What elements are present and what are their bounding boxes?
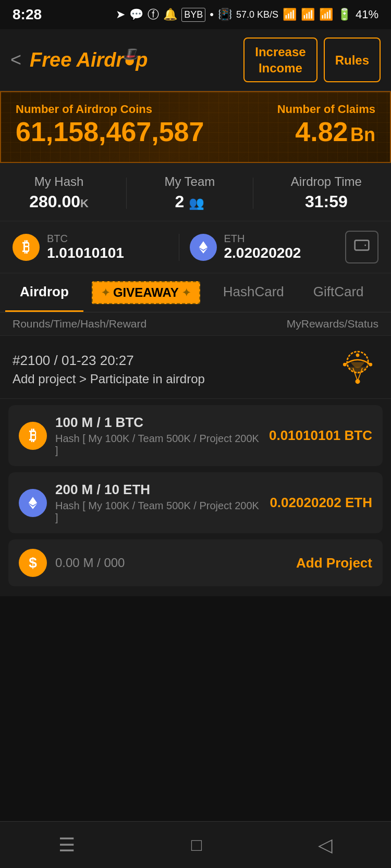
eth-label: ETH: [224, 233, 301, 245]
tab-airdrop[interactable]: Airdrop: [5, 273, 83, 312]
btc-info: BTC 1.01010101: [47, 233, 124, 261]
claims-unit: Bn: [350, 124, 375, 145]
tab-giftcard[interactable]: GiftCard: [299, 273, 378, 312]
stat-divider-2: [253, 178, 253, 209]
empty-value: 0.00 M / 000: [55, 556, 288, 570]
hash-label: My Hash: [29, 174, 89, 189]
back-button[interactable]: <: [10, 51, 21, 69]
team-label: My Team: [164, 174, 215, 189]
vibrate-icon: 📳: [218, 8, 232, 21]
sub-label-right: MyRewards/Status: [287, 318, 378, 330]
facebook-icon: ⓕ: [148, 7, 159, 22]
eth-entry: 200 M / 10 ETH Hash [ My 100K / Team 500…: [8, 472, 383, 533]
btc-item: ₿ BTC 1.01010101: [13, 233, 168, 261]
nav-back-icon[interactable]: ◁: [318, 834, 333, 856]
hash-value: 280.00K: [29, 192, 89, 211]
nav-menu-icon[interactable]: ☰: [58, 834, 75, 856]
tabs-bar: Airdrop ✦ GIVEAWAY ✦ HashCard GiftCard: [0, 273, 391, 312]
empty-project-entry: $ 0.00 M / 000 Add Project: [8, 539, 383, 586]
btc-entry-hash: Hash [ My 100K / Team 500K / Project 200…: [55, 433, 261, 457]
team-stat: My Team 2 👥: [164, 174, 215, 211]
svg-point-7: [343, 363, 347, 367]
airdrop-time-label: Airdrop Time: [291, 174, 362, 189]
btc-entry-title: 100 M / 1 BTC: [55, 414, 261, 431]
svg-point-8: [369, 363, 372, 367]
bybit-icon: BYB: [181, 8, 205, 22]
svg-rect-2: [355, 241, 369, 250]
eth-value: 2.02020202: [224, 245, 301, 261]
btc-icon: ₿: [13, 234, 40, 261]
eth-entry-reward: 0.02020202 ETH: [270, 495, 372, 511]
eth-entry-icon: [19, 489, 47, 517]
eth-item: ETH 2.02020202: [190, 233, 346, 261]
wallet-button[interactable]: [345, 231, 378, 263]
rules-button[interactable]: Rules: [324, 37, 381, 82]
battery-text: 41%: [356, 8, 378, 21]
team-people-icon: 👥: [189, 196, 204, 210]
entry-info: #2100 / 01-23 20:27 Add project > Partic…: [13, 353, 205, 386]
giveaway-star-left: ✦: [101, 286, 110, 299]
tab-giveaway[interactable]: ✦ GIVEAWAY ✦: [83, 273, 209, 312]
entry-header: #2100 / 01-23 20:27 Add project > Partic…: [0, 336, 391, 399]
airdrop-time-stat: Airdrop Time 31:59: [291, 174, 362, 211]
airdrop-time-value: 31:59: [291, 192, 362, 211]
btc-entry-reward: 0.01010101 BTC: [269, 427, 372, 444]
crypto-divider: [179, 234, 179, 261]
btc-entry-info: 100 M / 1 BTC Hash [ My 100K / Team 500K…: [55, 414, 261, 457]
nav-home-icon[interactable]: □: [191, 835, 202, 855]
signal-icon: 📶: [301, 8, 315, 21]
eth-icon: [190, 234, 217, 261]
claims-label: Number of Claims: [277, 103, 375, 116]
eth-entry-title: 200 M / 10 ETH: [55, 482, 261, 498]
app-title: Free Airdr●🎩p: [30, 49, 148, 71]
airdrop-coins-value: 61,158,467,587: [16, 116, 204, 147]
wifi-icon: 📶: [283, 8, 297, 21]
messenger-icon: 💬: [129, 8, 143, 21]
giveaway-badge: ✦ GIVEAWAY ✦: [92, 281, 200, 304]
navigation-icon: ➤: [116, 8, 125, 21]
hash-stat: My Hash 280.00K: [29, 174, 89, 211]
bell-icon: 🔔: [163, 8, 177, 21]
eth-entry-info: 200 M / 10 ETH Hash [ My 100K / Team 500…: [55, 482, 261, 524]
svg-marker-0: [199, 241, 207, 249]
btc-value: 1.01010101: [47, 245, 124, 261]
bottom-nav: ☰ □ ◁: [0, 821, 391, 868]
eth-entry-hash: Hash [ My 100K / Team 500K / Project 200…: [55, 500, 261, 524]
content-area: #2100 / 01-23 20:27 Add project > Partic…: [0, 336, 391, 596]
svg-marker-10: [29, 497, 37, 505]
stat-divider-1: [126, 178, 127, 209]
entry-round: #2100 / 01-23 20:27: [13, 353, 205, 369]
stats-row: My Hash 280.00K My Team 2 👥 Airdrop Time…: [0, 163, 391, 221]
airdrop-banner: Number of Airdrop Coins 61,158,467,587 N…: [0, 91, 391, 163]
crypto-row: ₿ BTC 1.01010101 ETH 2.02020202: [0, 221, 391, 273]
sub-label-left: Rounds/Time/Hash/Reward: [13, 318, 146, 330]
battery-icon: 🔋: [337, 8, 351, 21]
giveaway-star-right: ✦: [182, 286, 191, 299]
entry-desc: Add project > Participate in airdrop: [13, 372, 205, 386]
team-value: 2 👥: [164, 192, 215, 211]
tab-hashcard[interactable]: HashCard: [209, 273, 299, 312]
speed-text: 57.0 KB/S: [236, 10, 278, 19]
airdrop-coins-label: Number of Airdrop Coins: [16, 103, 204, 116]
btc-entry: ₿ 100 M / 1 BTC Hash [ My 100K / Team 50…: [8, 405, 383, 466]
dollar-icon: $: [19, 549, 47, 577]
svg-point-6: [356, 380, 360, 384]
dot-icon: •: [210, 8, 214, 21]
sub-header: Rounds/Time/Hash/Reward MyRewards/Status: [0, 312, 391, 336]
status-icons: ➤ 💬 ⓕ 🔔 BYB • 📳 57.0 KB/S 📶 📶 📶 🔋 41%: [116, 7, 378, 22]
app-header: < Free Airdr●🎩p Increase Income Rules: [0, 29, 391, 91]
btc-entry-icon: ₿: [19, 422, 47, 450]
svg-point-9: [356, 354, 360, 357]
claims-value: 4.82: [295, 117, 348, 147]
signal2-icon: 📶: [319, 8, 333, 21]
increase-income-button[interactable]: Increase Income: [243, 37, 317, 82]
header-buttons: Increase Income Rules: [243, 37, 381, 82]
add-project-button[interactable]: Add Project: [296, 555, 372, 571]
eth-info: ETH 2.02020202: [224, 233, 301, 261]
btc-label: BTC: [47, 233, 124, 245]
status-bar: 8:28 ➤ 💬 ⓕ 🔔 BYB • 📳 57.0 KB/S 📶 📶 📶 🔋 4…: [0, 0, 391, 29]
parachute-icon: [337, 348, 378, 390]
status-time: 8:28: [13, 6, 42, 23]
